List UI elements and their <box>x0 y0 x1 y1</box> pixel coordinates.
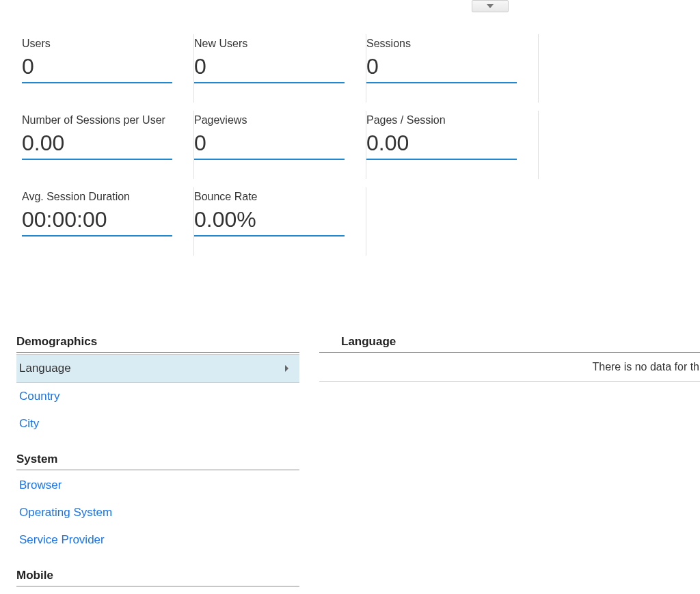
metrics-row-1: Users 0 New Users 0 Sessions 0 <box>0 34 700 83</box>
metric-sessions-per-user[interactable]: Number of Sessions per User 0.00 <box>22 111 194 160</box>
metric-new-users[interactable]: New Users 0 <box>194 34 366 83</box>
metric-sparkline <box>366 82 517 83</box>
metric-label: Avg. Session Duration <box>22 191 183 203</box>
dimension-item-label: Language <box>19 362 71 375</box>
metric-label: Bounce Rate <box>194 191 355 203</box>
dimensions-nav: Demographics Language Country City Syste… <box>16 335 299 594</box>
chevron-down-icon <box>487 4 494 8</box>
metric-value: 0 <box>194 54 355 79</box>
metric-sparkline <box>194 159 345 160</box>
metric-bounce-rate[interactable]: Bounce Rate 0.00% <box>194 187 366 237</box>
metric-value: 0 <box>194 131 355 156</box>
metric-label: Sessions <box>366 38 528 50</box>
dimension-item-label: City <box>19 417 39 430</box>
report-options-dropdown[interactable] <box>472 0 509 12</box>
metric-label: Number of Sessions per User <box>22 114 183 126</box>
metric-pageviews[interactable]: Pageviews 0 <box>194 111 366 160</box>
metric-avg-session-duration[interactable]: Avg. Session Duration 00:00:00 <box>22 187 194 237</box>
dimension-browser[interactable]: Browser <box>16 472 299 499</box>
dimension-data-title: Language <box>319 335 700 353</box>
dimension-city[interactable]: City <box>16 410 299 437</box>
dimension-item-label: Service Provider <box>19 533 105 546</box>
metric-sparkline <box>22 82 172 83</box>
metric-value: 0 <box>366 54 528 79</box>
metric-sparkline <box>22 159 172 160</box>
dimension-operating-system[interactable]: Operating System <box>16 499 299 526</box>
demographics-group-title: Demographics <box>16 335 299 353</box>
mobile-group-title: Mobile <box>16 569 299 586</box>
metric-value: 0.00 <box>22 131 183 156</box>
metric-sessions[interactable]: Sessions 0 <box>366 34 539 83</box>
dimension-country[interactable]: Country <box>16 383 299 410</box>
metrics-row-3: Avg. Session Duration 00:00:00 Bounce Ra… <box>0 187 700 237</box>
system-group-title: System <box>16 453 299 470</box>
metric-label: Users <box>22 38 183 50</box>
dimension-mobile-operating-system[interactable]: Operating System <box>16 588 299 594</box>
metric-label: Pageviews <box>194 114 355 126</box>
no-data-message: There is no data for this v <box>319 353 700 382</box>
metric-sparkline <box>194 235 345 237</box>
metric-pages-per-session[interactable]: Pages / Session 0.00 <box>366 111 539 160</box>
metric-value: 0.00 <box>366 131 528 156</box>
metric-sparkline <box>194 82 345 83</box>
dimension-data-panel: Language There is no data for this v <box>319 335 700 382</box>
metrics-row-2: Number of Sessions per User 0.00 Pagevie… <box>0 111 700 160</box>
dimension-item-label: Country <box>19 390 60 403</box>
dimension-language[interactable]: Language <box>16 354 299 383</box>
metric-value: 0 <box>22 54 183 79</box>
dimension-service-provider[interactable]: Service Provider <box>16 526 299 554</box>
metric-sparkline <box>22 235 172 237</box>
metric-value: 00:00:00 <box>22 207 183 232</box>
metric-value: 0.00% <box>194 207 355 232</box>
metric-label: New Users <box>194 38 355 50</box>
metric-label: Pages / Session <box>366 114 528 126</box>
metric-sparkline <box>366 159 517 160</box>
dimension-item-label: Browser <box>19 478 62 491</box>
metric-users[interactable]: Users 0 <box>22 34 194 83</box>
dimension-item-label: Operating System <box>19 506 112 519</box>
